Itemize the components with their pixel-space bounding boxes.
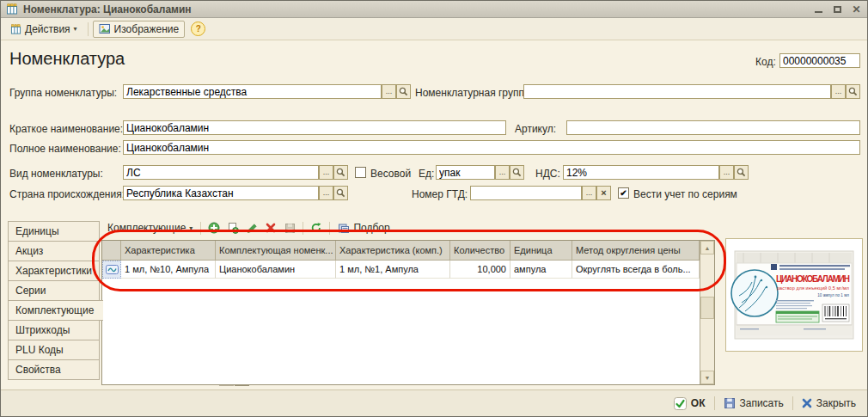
short-name-label: Краткое наименование:	[9, 123, 123, 135]
tab-barcodes[interactable]: Штрихкоды	[8, 320, 100, 340]
check-icon: ✔	[620, 188, 627, 198]
tab-properties[interactable]: Свойства	[8, 359, 100, 380]
delete-x-icon	[266, 223, 276, 233]
cell-unit[interactable]: ампула	[510, 261, 572, 279]
header-cell[interactable]: Характеристика (комп.)	[336, 241, 450, 260]
article-field[interactable]	[566, 120, 860, 135]
unit-ellipsis-button[interactable]: ...	[495, 165, 510, 180]
pick-list-icon	[338, 223, 350, 234]
copy-row-button[interactable]	[224, 220, 241, 236]
floppy-icon	[724, 397, 736, 409]
scroll-down-button[interactable]: ▼	[700, 371, 714, 384]
header-cell[interactable]: Характеристика	[121, 241, 216, 260]
ellipsis-icon: ...	[499, 169, 506, 176]
edit-row-button[interactable]	[243, 220, 260, 236]
refresh-icon	[310, 222, 322, 234]
cell-rounding-method[interactable]: Округлять всегда в боль...	[572, 261, 700, 279]
refresh-button[interactable]	[308, 220, 325, 236]
characteristic-row-icon	[106, 265, 119, 274]
vat-ellipsis-button[interactable]: ...	[719, 165, 734, 180]
country-label: Страна происхождения:	[9, 188, 125, 200]
group-field[interactable]	[123, 84, 382, 99]
full-name-field[interactable]	[123, 140, 860, 155]
header-cell-marker[interactable]	[102, 241, 121, 260]
actions-grid-icon	[10, 24, 21, 34]
tab-excise[interactable]: Акциз	[8, 241, 100, 261]
picture-icon	[99, 23, 111, 34]
gtd-clear-button[interactable]: ×	[596, 186, 611, 200]
code-field[interactable]	[779, 53, 860, 68]
row-marker-cell[interactable]	[102, 261, 121, 279]
search-icon	[399, 87, 408, 96]
header-cell[interactable]: Комплектующая номенк...	[216, 241, 336, 260]
ok-button[interactable]: ОК	[671, 396, 708, 412]
cell-characteristic[interactable]: 1 мл, №10, Ампула	[121, 261, 216, 279]
unit-search-button[interactable]	[510, 165, 524, 180]
cell-component-characteristic[interactable]: 1 мл, №1, Ампула	[336, 261, 450, 279]
app-grid-icon	[6, 3, 18, 15]
kind-ellipsis-button[interactable]: ...	[319, 165, 333, 180]
product-image[interactable]: ЦИАНОКОБАЛАМИН раствор для инъекций 0,5 …	[725, 238, 863, 352]
help-button[interactable]: ?	[191, 21, 205, 36]
kind-field[interactable]	[123, 165, 319, 180]
close-icon[interactable]: ✕	[851, 4, 862, 15]
save-button[interactable]: Записать	[721, 396, 786, 411]
image-button[interactable]: Изображение	[93, 21, 186, 38]
scroll-up-button[interactable]: ▲	[700, 241, 714, 254]
cell-quantity[interactable]: 10,000	[450, 261, 510, 279]
maximize-icon[interactable]	[832, 4, 843, 15]
header-cell[interactable]: Единица	[510, 241, 572, 260]
cell-component[interactable]: Цианокобаламин	[216, 261, 336, 279]
country-ellipsis-button[interactable]: ...	[319, 186, 333, 200]
window-controls: ✕	[813, 4, 862, 15]
group-search-button[interactable]	[396, 84, 411, 99]
svg-text:10 ампул по 1 мл: 10 ампул по 1 мл	[817, 293, 849, 297]
short-name-field[interactable]	[123, 120, 506, 135]
gtd-ellipsis-button[interactable]: ...	[582, 186, 596, 200]
tab-components[interactable]: Комплектующие	[8, 300, 103, 321]
triangle-up-icon: ▲	[705, 245, 711, 251]
tab-units[interactable]: Единицы	[8, 221, 100, 242]
nomgroup-search-button[interactable]	[846, 84, 860, 99]
header-cell[interactable]: Количество	[450, 241, 510, 260]
series-checkbox[interactable]: ✔	[618, 187, 629, 199]
save-row-button-disabled[interactable]	[281, 220, 298, 236]
scrollbar-track[interactable]	[700, 254, 714, 371]
nomenclature-window: Номенклатура: Цианокобаламин ✕ Действия …	[0, 0, 868, 417]
vat-field[interactable]	[563, 165, 719, 180]
components-menu-button[interactable]: Комплектующие ▾	[104, 221, 196, 235]
nomgroup-ellipsis-button[interactable]: ...	[831, 84, 846, 99]
actions-button[interactable]: Действия ▾	[4, 21, 83, 38]
scrollbar-thumb[interactable]	[700, 297, 714, 319]
weight-checkbox[interactable]	[355, 167, 366, 178]
search-icon	[336, 168, 345, 177]
vat-search-button[interactable]	[734, 165, 749, 180]
vat-label: НДС:	[535, 168, 560, 180]
copy-icon	[227, 222, 239, 234]
svg-text:раствор для инъекций 0,5 мг/мл: раствор для инъекций 0,5 мг/мл	[777, 285, 849, 291]
code-label: Код:	[755, 56, 776, 68]
ellipsis-icon: ...	[586, 189, 593, 197]
table-row[interactable]: 1 мл, №10, Ампула Цианокобаламин 1 мл, №…	[102, 261, 700, 279]
tab-plu-codes[interactable]: PLU Коды	[8, 340, 100, 360]
close-button[interactable]: Закрыть	[799, 396, 859, 411]
country-search-button[interactable]	[333, 186, 348, 200]
unit-field[interactable]	[436, 165, 495, 180]
delete-row-button[interactable]	[262, 220, 279, 236]
tab-series[interactable]: Серии	[8, 280, 100, 301]
gtd-field[interactable]	[470, 186, 582, 200]
unit-label: Ед:	[419, 168, 434, 180]
ellipsis-icon: ...	[724, 169, 730, 176]
header-cell[interactable]: Метод округления цены	[572, 241, 700, 260]
country-field[interactable]	[123, 186, 319, 200]
footer-bar: ОК Записать Закрыть	[1, 389, 867, 416]
vertical-scrollbar[interactable]: ▲ ▼	[700, 241, 714, 384]
add-row-button[interactable]	[205, 220, 223, 236]
minimize-icon[interactable]	[813, 4, 824, 15]
pick-button[interactable]: Подбор	[334, 221, 393, 235]
nomgroup-field[interactable]	[523, 84, 831, 99]
toolbar-divider	[88, 22, 89, 36]
group-ellipsis-button[interactable]: ...	[382, 84, 396, 99]
kind-search-button[interactable]	[333, 165, 348, 180]
tab-characteristics[interactable]: Характеристики	[8, 261, 100, 281]
